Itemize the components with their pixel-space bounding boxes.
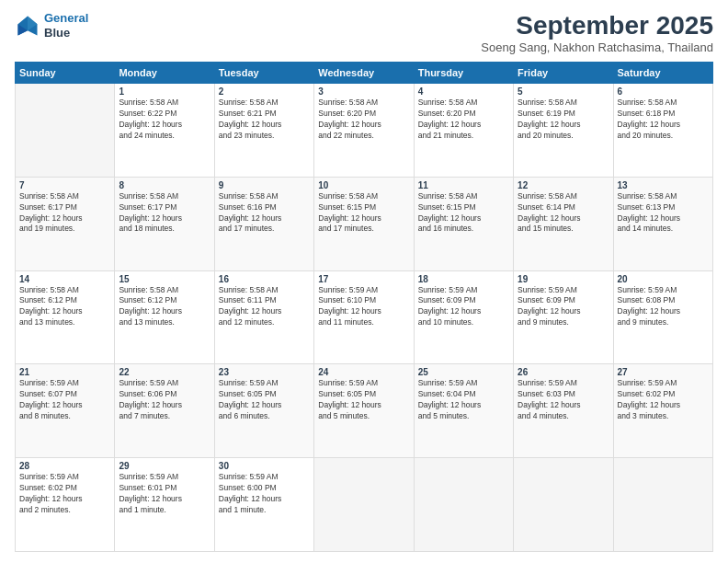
- calendar-cell: 22Sunrise: 5:59 AM Sunset: 6:06 PM Dayli…: [115, 364, 214, 458]
- day-number: 24: [318, 367, 409, 377]
- day-info: Sunrise: 5:58 AM Sunset: 6:13 PM Dayligh…: [618, 191, 709, 236]
- calendar-cell: 6Sunrise: 5:58 AM Sunset: 6:18 PM Daylig…: [613, 84, 712, 178]
- header: General Blue September 2025 Soeng Sang, …: [15, 11, 713, 54]
- logo-text: General Blue: [44, 11, 88, 40]
- day-number: 1: [119, 86, 210, 97]
- day-info: Sunrise: 5:59 AM Sunset: 6:09 PM Dayligh…: [518, 285, 609, 329]
- day-number: 9: [219, 180, 310, 190]
- calendar-cell: 20Sunrise: 5:59 AM Sunset: 6:08 PM Dayli…: [613, 270, 712, 364]
- day-number: 26: [518, 367, 609, 377]
- calendar-cell: 7Sunrise: 5:58 AM Sunset: 6:17 PM Daylig…: [16, 177, 115, 270]
- day-number: 30: [219, 461, 310, 471]
- calendar-cell: 11Sunrise: 5:58 AM Sunset: 6:15 PM Dayli…: [414, 177, 513, 270]
- calendar-cell: 2Sunrise: 5:58 AM Sunset: 6:21 PM Daylig…: [214, 84, 313, 178]
- day-info: Sunrise: 5:59 AM Sunset: 6:09 PM Dayligh…: [418, 285, 509, 329]
- day-info: Sunrise: 5:58 AM Sunset: 6:17 PM Dayligh…: [119, 191, 210, 236]
- calendar-cell: 16Sunrise: 5:58 AM Sunset: 6:11 PM Dayli…: [214, 270, 313, 364]
- day-number: 13: [618, 180, 709, 190]
- day-number: 28: [19, 461, 110, 471]
- weekday-header: Monday: [115, 63, 214, 84]
- day-info: Sunrise: 5:58 AM Sunset: 6:22 PM Dayligh…: [119, 98, 210, 142]
- calendar-cell: [314, 458, 414, 552]
- day-info: Sunrise: 5:58 AM Sunset: 6:19 PM Dayligh…: [518, 98, 609, 142]
- weekday-header: Sunday: [16, 63, 115, 84]
- day-number: 12: [518, 180, 609, 190]
- day-info: Sunrise: 5:59 AM Sunset: 6:02 PM Dayligh…: [19, 472, 110, 516]
- calendar-cell: [414, 458, 513, 552]
- day-info: Sunrise: 5:59 AM Sunset: 6:04 PM Dayligh…: [418, 378, 509, 422]
- day-info: Sunrise: 5:58 AM Sunset: 6:20 PM Dayligh…: [318, 98, 409, 142]
- calendar-cell: 25Sunrise: 5:59 AM Sunset: 6:04 PM Dayli…: [414, 364, 513, 458]
- day-number: 3: [318, 86, 409, 97]
- calendar-cell: 4Sunrise: 5:58 AM Sunset: 6:20 PM Daylig…: [414, 84, 513, 178]
- day-info: Sunrise: 5:58 AM Sunset: 6:21 PM Dayligh…: [219, 98, 310, 142]
- day-info: Sunrise: 5:58 AM Sunset: 6:17 PM Dayligh…: [19, 191, 110, 236]
- day-number: 20: [618, 274, 709, 284]
- calendar-cell: [514, 458, 613, 552]
- calendar-cell: 30Sunrise: 5:59 AM Sunset: 6:00 PM Dayli…: [214, 458, 313, 552]
- day-number: 17: [318, 274, 409, 284]
- calendar-cell: 1Sunrise: 5:58 AM Sunset: 6:22 PM Daylig…: [115, 84, 214, 178]
- day-number: 10: [318, 180, 409, 190]
- calendar-cell: 28Sunrise: 5:59 AM Sunset: 6:02 PM Dayli…: [16, 458, 115, 552]
- calendar-week-row: 7Sunrise: 5:58 AM Sunset: 6:17 PM Daylig…: [16, 177, 713, 270]
- calendar-cell: 10Sunrise: 5:58 AM Sunset: 6:15 PM Dayli…: [314, 177, 414, 270]
- day-info: Sunrise: 5:59 AM Sunset: 6:10 PM Dayligh…: [318, 285, 409, 329]
- day-info: Sunrise: 5:58 AM Sunset: 6:16 PM Dayligh…: [219, 191, 310, 236]
- calendar-week-row: 14Sunrise: 5:58 AM Sunset: 6:12 PM Dayli…: [16, 270, 713, 364]
- day-number: 19: [518, 274, 609, 284]
- day-number: 11: [418, 180, 509, 190]
- day-number: 5: [518, 86, 609, 97]
- day-number: 21: [19, 367, 110, 377]
- calendar-week-row: 1Sunrise: 5:58 AM Sunset: 6:22 PM Daylig…: [16, 84, 713, 178]
- day-number: 2: [219, 86, 310, 97]
- weekday-header: Saturday: [613, 63, 712, 84]
- day-info: Sunrise: 5:58 AM Sunset: 6:18 PM Dayligh…: [618, 98, 709, 142]
- day-info: Sunrise: 5:58 AM Sunset: 6:12 PM Dayligh…: [119, 285, 210, 329]
- day-number: 14: [19, 274, 110, 284]
- calendar-cell: [613, 458, 712, 552]
- calendar-cell: 13Sunrise: 5:58 AM Sunset: 6:13 PM Dayli…: [613, 177, 712, 270]
- weekday-header-row: SundayMondayTuesdayWednesdayThursdayFrid…: [16, 63, 713, 84]
- calendar-cell: 19Sunrise: 5:59 AM Sunset: 6:09 PM Dayli…: [514, 270, 613, 364]
- page: General Blue September 2025 Soeng Sang, …: [0, 0, 728, 563]
- calendar-cell: 17Sunrise: 5:59 AM Sunset: 6:10 PM Dayli…: [314, 270, 414, 364]
- calendar-cell: 9Sunrise: 5:58 AM Sunset: 6:16 PM Daylig…: [214, 177, 313, 270]
- calendar-cell: [16, 84, 115, 178]
- logo-icon: [15, 13, 40, 39]
- weekday-header: Thursday: [414, 63, 513, 84]
- day-info: Sunrise: 5:59 AM Sunset: 6:07 PM Dayligh…: [19, 378, 110, 422]
- day-number: 27: [618, 367, 709, 377]
- day-number: 16: [219, 274, 310, 284]
- day-info: Sunrise: 5:59 AM Sunset: 6:05 PM Dayligh…: [219, 378, 310, 422]
- day-number: 8: [119, 180, 210, 190]
- day-info: Sunrise: 5:59 AM Sunset: 6:00 PM Dayligh…: [219, 472, 310, 516]
- day-number: 25: [418, 367, 509, 377]
- day-info: Sunrise: 5:58 AM Sunset: 6:14 PM Dayligh…: [518, 191, 609, 236]
- day-number: 7: [19, 180, 110, 190]
- day-info: Sunrise: 5:59 AM Sunset: 6:01 PM Dayligh…: [119, 472, 210, 516]
- day-number: 4: [418, 86, 509, 97]
- calendar-body: 1Sunrise: 5:58 AM Sunset: 6:22 PM Daylig…: [16, 84, 713, 552]
- day-info: Sunrise: 5:58 AM Sunset: 6:11 PM Dayligh…: [219, 285, 310, 329]
- calendar-cell: 18Sunrise: 5:59 AM Sunset: 6:09 PM Dayli…: [414, 270, 513, 364]
- day-info: Sunrise: 5:59 AM Sunset: 6:02 PM Dayligh…: [618, 378, 709, 422]
- calendar-cell: 24Sunrise: 5:59 AM Sunset: 6:05 PM Dayli…: [314, 364, 414, 458]
- calendar-cell: 12Sunrise: 5:58 AM Sunset: 6:14 PM Dayli…: [514, 177, 613, 270]
- calendar-cell: 21Sunrise: 5:59 AM Sunset: 6:07 PM Dayli…: [16, 364, 115, 458]
- day-number: 6: [618, 86, 709, 97]
- day-info: Sunrise: 5:58 AM Sunset: 6:12 PM Dayligh…: [19, 285, 110, 329]
- day-info: Sunrise: 5:59 AM Sunset: 6:05 PM Dayligh…: [318, 378, 409, 422]
- logo: General Blue: [15, 11, 88, 40]
- weekday-header: Wednesday: [314, 63, 414, 84]
- calendar-cell: 29Sunrise: 5:59 AM Sunset: 6:01 PM Dayli…: [115, 458, 214, 552]
- calendar-cell: 27Sunrise: 5:59 AM Sunset: 6:02 PM Dayli…: [613, 364, 712, 458]
- calendar-week-row: 21Sunrise: 5:59 AM Sunset: 6:07 PM Dayli…: [16, 364, 713, 458]
- calendar-cell: 5Sunrise: 5:58 AM Sunset: 6:19 PM Daylig…: [514, 84, 613, 178]
- calendar-table: SundayMondayTuesdayWednesdayThursdayFrid…: [15, 62, 713, 552]
- calendar-cell: 3Sunrise: 5:58 AM Sunset: 6:20 PM Daylig…: [314, 84, 414, 178]
- calendar-cell: 26Sunrise: 5:59 AM Sunset: 6:03 PM Dayli…: [514, 364, 613, 458]
- calendar-cell: 23Sunrise: 5:59 AM Sunset: 6:05 PM Dayli…: [214, 364, 313, 458]
- weekday-header: Tuesday: [214, 63, 313, 84]
- calendar-week-row: 28Sunrise: 5:59 AM Sunset: 6:02 PM Dayli…: [16, 458, 713, 552]
